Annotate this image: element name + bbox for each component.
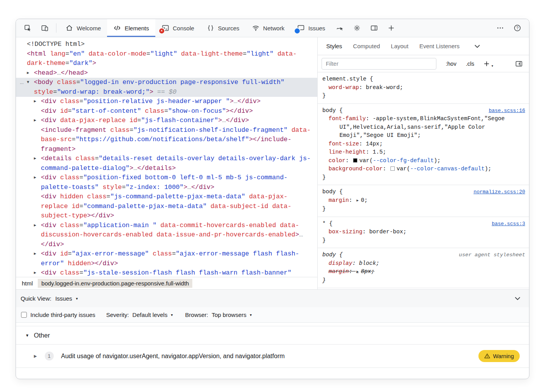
dock-side-button[interactable] bbox=[366, 19, 383, 37]
css-property[interactable]: color: var(--color-fg-default); bbox=[322, 157, 525, 165]
toggle-sidebar-icon[interactable] bbox=[515, 60, 523, 68]
dom-node[interactable]: ▶<div id="ajax-error-message" class="aja… bbox=[16, 249, 317, 268]
settings-button[interactable] bbox=[348, 19, 366, 37]
quick-view-dropdown[interactable]: Issues ▼ bbox=[55, 295, 79, 302]
code-token: <div bbox=[41, 269, 56, 276]
dom-node[interactable]: <!DOCTYPE html> bbox=[16, 40, 317, 49]
rule-selector[interactable]: body { bbox=[322, 188, 343, 196]
expand-arrow-icon[interactable]: ▶ bbox=[34, 116, 41, 126]
chevron-down-icon[interactable] bbox=[475, 37, 480, 55]
style-rules-list: element.style {word-wrap: break-word;}bo… bbox=[318, 72, 529, 289]
expand-arrow-icon[interactable]: ▶ bbox=[34, 354, 37, 358]
code-token: </div> bbox=[237, 98, 260, 105]
css-variable-link[interactable]: --color-canvas-default bbox=[410, 166, 484, 172]
dom-node[interactable]: ▶<div data-pjax-replace id="js-flash-con… bbox=[16, 116, 317, 126]
expand-arrow-icon[interactable]: ▶ bbox=[357, 270, 359, 274]
tab-welcome[interactable]: Welcome bbox=[59, 19, 107, 37]
dom-node[interactable]: <include-fragment class="js-notification… bbox=[16, 126, 317, 154]
collapse-drawer-chevron-icon[interactable] bbox=[515, 297, 520, 300]
css-colon: : bbox=[349, 197, 355, 203]
inspect-button[interactable] bbox=[19, 19, 36, 37]
style-rule: body {base.scss:16font-family: -apple-sy… bbox=[318, 104, 529, 186]
css-property[interactable]: line-height: 1.5; bbox=[322, 148, 525, 157]
css-property[interactable]: margin: ▶0; bbox=[322, 196, 525, 205]
inspector-tools-button[interactable] bbox=[331, 19, 348, 37]
css-property[interactable]: margin: ▶8px; bbox=[322, 268, 525, 276]
code-token: <div bbox=[41, 107, 56, 115]
pseudo-state-toggle[interactable]: :hov bbox=[446, 61, 456, 67]
dom-node[interactable]: ▶<div class="position-relative js-header… bbox=[16, 97, 317, 107]
css-property[interactable]: display: block; bbox=[322, 259, 525, 268]
dom-node[interactable]: ▶<div class="application-main " data-com… bbox=[16, 221, 317, 250]
expand-arrow-icon[interactable]: ▶ bbox=[34, 249, 41, 259]
expand-arrow-icon[interactable]: ▶ bbox=[34, 173, 41, 183]
stylesheet-link[interactable]: base.scss:16 bbox=[489, 107, 525, 115]
collapse-arrow-icon[interactable]: ▼ bbox=[27, 78, 34, 88]
code-token: > bbox=[130, 164, 134, 172]
css-variable-link[interactable]: --color-fg-default bbox=[373, 158, 434, 164]
rule-selector[interactable]: * { bbox=[322, 220, 332, 228]
rule-selector[interactable]: element.style { bbox=[322, 75, 373, 84]
expand-arrow-icon[interactable]: ▶ bbox=[34, 154, 41, 164]
expand-arrow-icon[interactable]: ▶ bbox=[34, 268, 41, 277]
code-token: class bbox=[56, 98, 79, 105]
issues-group-other[interactable]: ▼ Other bbox=[16, 326, 529, 345]
tab-issues[interactable]: Issues bbox=[291, 19, 331, 37]
add-tab-button[interactable] bbox=[383, 19, 400, 37]
tab-console[interactable]: ×Console bbox=[155, 19, 200, 37]
dom-node[interactable]: ▶<details class="details-reset details-o… bbox=[16, 154, 317, 173]
issue-row[interactable]: ▶ 1 Audit usage of navigator.userAgent, … bbox=[16, 345, 529, 368]
more-actions-ellipsis[interactable]: … bbox=[20, 78, 24, 88]
new-style-rule-button[interactable]: ▼ bbox=[483, 61, 490, 67]
style-rule: body {user agent stylesheetdisplay: bloc… bbox=[318, 248, 529, 288]
css-semicolon: ; bbox=[371, 268, 374, 275]
browser-dropdown[interactable]: Top browsers ▼ bbox=[212, 312, 253, 318]
dom-node[interactable]: …▼<body class="logged-in env-production … bbox=[16, 78, 317, 97]
expand-arrow-icon[interactable]: ▶ bbox=[27, 68, 34, 78]
css-property[interactable]: word-wrap: break-word; bbox=[322, 84, 525, 92]
sidebar-tab-styles[interactable]: Styles bbox=[321, 37, 348, 55]
dom-node[interactable]: ▶<div class="position-fixed bottom-0 lef… bbox=[16, 173, 317, 192]
tab-network[interactable]: Network bbox=[246, 19, 291, 37]
stylesheet-link[interactable]: normalize.scss:20 bbox=[473, 188, 525, 196]
code-token: = bbox=[122, 184, 126, 191]
expand-arrow-icon[interactable]: ▶ bbox=[357, 199, 359, 203]
code-token: = bbox=[79, 174, 83, 181]
include-third-party-label[interactable]: Include third-party issues bbox=[30, 312, 95, 318]
devtools-tabbar: WelcomeElements×ConsoleSourcesNetworkIss… bbox=[16, 19, 529, 37]
styles-filter-input[interactable] bbox=[322, 58, 436, 70]
css-value: ) bbox=[485, 166, 488, 172]
sidebar-tab-event-listeners[interactable]: Event Listeners bbox=[414, 37, 465, 55]
rule-selector[interactable]: body { bbox=[322, 107, 343, 115]
dom-node[interactable]: <div id="start-of-content" class="show-o… bbox=[16, 107, 317, 116]
code-token: id bbox=[56, 250, 68, 257]
rule-selector[interactable]: body { bbox=[322, 251, 343, 259]
breadcrumb-item[interactable]: html bbox=[18, 279, 36, 288]
device-toolbar-button[interactable] bbox=[36, 19, 53, 37]
include-third-party-checkbox[interactable] bbox=[21, 312, 27, 318]
color-swatch[interactable] bbox=[390, 166, 395, 171]
dom-node[interactable]: <html lang="en" data-color-mode="light" … bbox=[16, 49, 317, 68]
color-swatch[interactable] bbox=[353, 158, 357, 163]
dom-node[interactable]: <div hidden class="js-command-palette-pj… bbox=[16, 192, 317, 221]
css-property[interactable]: box-sizing: border-box; bbox=[322, 228, 525, 236]
help-button[interactable]: ? bbox=[509, 19, 526, 37]
class-toggle[interactable]: .cls bbox=[466, 61, 474, 67]
css-property[interactable]: font-family: -apple-system,BlinkMacSyste… bbox=[322, 115, 525, 140]
expand-arrow-icon[interactable]: ▶ bbox=[34, 221, 41, 231]
sidebar-tab-computed[interactable]: Computed bbox=[348, 37, 385, 55]
plus-icon bbox=[483, 61, 490, 67]
dom-node[interactable]: ▶<head>…</head> bbox=[16, 68, 317, 78]
tab-elements[interactable]: Elements bbox=[107, 19, 155, 37]
css-property[interactable]: font-size: 14px; bbox=[322, 140, 525, 149]
severity-dropdown[interactable]: Default levels ▼ bbox=[132, 312, 173, 318]
sidebar-tab-layout[interactable]: Layout bbox=[385, 37, 414, 55]
breadcrumb-item[interactable]: body.logged-in.env-production.page-respo… bbox=[38, 279, 192, 288]
css-property[interactable]: background-color: var(--color-canvas-def… bbox=[322, 165, 525, 173]
tab-sources[interactable]: Sources bbox=[200, 19, 246, 37]
more-menu-button[interactable] bbox=[492, 19, 509, 37]
expand-arrow-icon[interactable]: ▶ bbox=[34, 97, 41, 107]
css-value: 14px bbox=[366, 141, 380, 147]
dom-node[interactable]: ▶<div class="js-stale-session-flash flas… bbox=[16, 268, 317, 277]
stylesheet-link[interactable]: base.scss:3 bbox=[492, 220, 525, 228]
